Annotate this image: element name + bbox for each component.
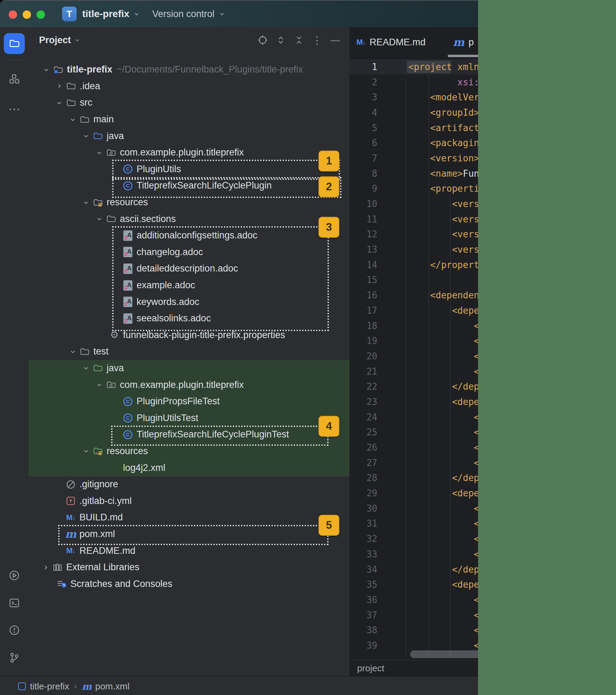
project-path: ~/Documents/Funnelback_Plugins/title-pre… — [117, 64, 303, 75]
tree-item--gitignore[interactable]: .gitignore — [29, 476, 349, 493]
code-text: <vers — [452, 244, 479, 255]
git-branch-tool-button[interactable] — [4, 647, 25, 668]
tree-item-build-md[interactable]: M↓BUILD.md — [29, 509, 349, 526]
line-number: 39 — [349, 640, 377, 651]
code-text: <depe — [452, 579, 479, 590]
tree-item-label: java — [107, 364, 124, 373]
line-number: 25 — [349, 427, 377, 437]
ignore-icon — [66, 479, 76, 490]
annotation-box-adoc-files — [112, 226, 329, 331]
problems-tool-button[interactable] — [4, 620, 25, 641]
module-icon — [18, 682, 26, 690]
folder-green-icon — [93, 363, 103, 373]
version-control-menu[interactable]: Version control — [152, 1, 226, 27]
tree-item-src[interactable]: src — [29, 94, 349, 111]
expand-all-button[interactable] — [276, 35, 286, 45]
structure-tool-button[interactable] — [4, 68, 25, 89]
line-number: 35 — [349, 579, 377, 590]
status-module[interactable]: title-prefix — [30, 681, 69, 692]
code-text: <depe — [452, 305, 479, 316]
project-panel: Project ⋮ — [29, 27, 350, 676]
collapse-all-button[interactable] — [294, 35, 304, 45]
chevron-down-icon — [82, 131, 91, 140]
code-text: <project xmln — [408, 62, 479, 72]
tree-item-test[interactable]: test — [29, 343, 349, 360]
annotation-badge-4: 4 — [318, 416, 339, 437]
tree-item-title-prefix[interactable]: title-prefix~/Documents/Funnelback_Plugi… — [29, 61, 349, 78]
tree-item-main[interactable]: main — [29, 111, 349, 128]
tree-item-label: README.md — [79, 546, 136, 556]
tree-item-label: .idea — [80, 82, 100, 91]
tab-readme[interactable]: M↓ README.md — [356, 27, 425, 57]
chevron-right-icon — [55, 82, 64, 91]
code-text: <vers — [452, 199, 479, 209]
tree-item-com-example-plugin-titleprefix[interactable]: com.example.plugin.titleprefix — [29, 144, 349, 161]
minimize-window-button[interactable] — [23, 10, 31, 19]
status-file[interactable]: pom.xml — [95, 681, 129, 692]
line-number: 22 — [349, 381, 377, 392]
tree-item-external-libraries[interactable]: External Libraries — [29, 559, 349, 576]
project-panel-title[interactable]: Project — [39, 35, 81, 46]
tree-item-label: BUILD.md — [79, 513, 123, 522]
xml-icon — [109, 463, 120, 473]
package-icon — [106, 147, 116, 158]
ide-window: T title-prefix Version control — [0, 0, 616, 695]
tree-item-com-example-plugin-titleprefix[interactable]: com.example.plugin.titleprefix — [29, 376, 349, 393]
tree-item-scratches-and-consoles[interactable]: Scratches and Consoles — [29, 575, 349, 592]
line-number: 7 — [349, 153, 377, 163]
tree-item-label: funnelback-plugin-title-prefix.propertie… — [123, 330, 285, 340]
line-number: 27 — [349, 458, 377, 468]
code-text: <modelVer — [430, 92, 479, 102]
line-number: 24 — [349, 412, 377, 422]
line-number: 31 — [349, 518, 377, 529]
chevron-down-icon — [95, 148, 104, 157]
breadcrumb-project[interactable]: project — [357, 663, 384, 674]
tree-item--gitlab-ci-yml[interactable]: Y.gitlab-ci.yml — [29, 492, 349, 509]
tree-item-label: title-prefix — [67, 65, 113, 74]
code-text: <vers — [452, 214, 479, 224]
terminal-tool-button[interactable] — [4, 593, 25, 613]
tree-item-java[interactable]: java — [29, 360, 349, 377]
chevron-right-icon — [41, 563, 50, 572]
locate-file-button[interactable] — [257, 35, 268, 45]
project-tool-button[interactable] — [4, 33, 25, 54]
horizontal-scrollbar[interactable] — [410, 650, 487, 658]
run-tool-button[interactable] — [4, 565, 25, 586]
tree-item-ascii-sections[interactable]: ascii.sections — [29, 211, 349, 227]
options-kebab-button[interactable]: ⋮ — [312, 35, 322, 45]
line-number: 15 — [349, 275, 377, 285]
code-text: <name>Fun — [430, 168, 479, 179]
line-number: 13 — [349, 244, 377, 255]
line-number: 28 — [349, 473, 377, 483]
code-text: <groupId> — [430, 107, 479, 118]
tab-pom[interactable]: m p — [453, 27, 474, 57]
code-text: </propert — [430, 260, 479, 270]
close-window-button[interactable] — [9, 10, 17, 19]
line-number: 10 — [349, 199, 377, 209]
line-number: 21 — [349, 366, 377, 377]
hide-panel-button[interactable]: — — [330, 35, 340, 45]
tree-item-log4j2-xml[interactable]: log4j2.xml — [29, 459, 349, 476]
code-text: </dep — [452, 564, 479, 575]
tree-item-label: com.example.plugin.titleprefix — [120, 148, 244, 157]
tree-item-java[interactable]: java — [29, 128, 349, 144]
zoom-window-button[interactable] — [37, 10, 45, 19]
tree-item-pluginpropsfiletest[interactable]: CPluginPropsFileTest — [29, 393, 349, 410]
project-name-menu[interactable]: title-prefix — [82, 1, 140, 27]
tree-item-label: test — [93, 347, 109, 356]
class-icon: C — [123, 396, 133, 407]
chevron-down-icon — [68, 115, 77, 124]
code-text: xsi: — [457, 77, 479, 87]
chevron-down-icon — [68, 347, 77, 356]
tree-item-pluginutilstest[interactable]: CPluginUtilsTest — [29, 410, 349, 426]
more-tool-windows-button[interactable]: … — [4, 96, 25, 116]
chevron-down-icon — [74, 37, 81, 44]
annotation-box-pomxml — [58, 525, 329, 545]
line-number: 2 — [349, 77, 377, 87]
tree-item--idea[interactable]: .idea — [29, 78, 349, 95]
folder-icon — [79, 346, 90, 357]
annotation-badge-3: 3 — [318, 217, 339, 238]
line-number: 19 — [349, 336, 377, 346]
tree-item-label: log4j2.xml — [123, 463, 165, 473]
line-number: 23 — [349, 397, 377, 407]
